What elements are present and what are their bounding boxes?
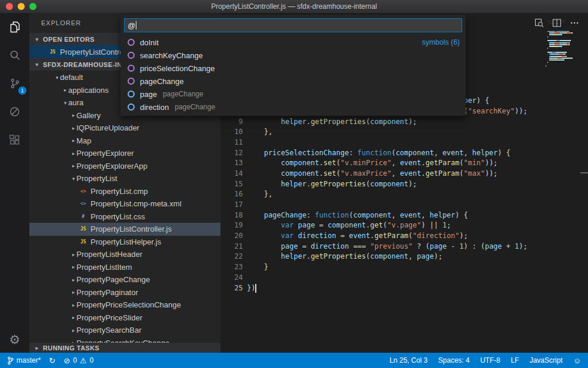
scm-badge: 1 [18, 86, 26, 95]
tree-item[interactable]: ▸PropertyPriceSlider [29, 312, 220, 324]
tree-item[interactable]: ▸PropertyExplorerApp [29, 160, 220, 173]
chevron-right-icon: ▸ [71, 252, 76, 257]
tree-item[interactable]: ▸IQPictureUploader [29, 122, 220, 135]
open-editors-label: OPEN EDITORS [43, 36, 95, 43]
search-icon[interactable] [0, 41, 29, 69]
activity-bar: 1 ⚙ [0, 13, 29, 353]
tree-item-label: PropertyPriceSlider [76, 313, 142, 322]
line-number: 24 [220, 273, 243, 283]
tree-item-label: PropertyPaginator [76, 288, 138, 297]
code-line: }, [247, 127, 542, 138]
split-editor-icon[interactable] [552, 18, 562, 30]
sync-icon: ↻ [49, 357, 55, 364]
js-file-icon: JS [79, 237, 88, 246]
tree-item-label: default [60, 73, 83, 82]
window-controls [6, 3, 36, 10]
symbol-result-item[interactable]: doInitsymbols (6) [121, 36, 466, 49]
git-branch-icon [7, 356, 14, 365]
chevron-right-icon: ▸ [62, 87, 68, 93]
cursor-position-status[interactable]: Ln 25, Col 3 [390, 356, 428, 364]
language-mode-status[interactable]: JavaScript [530, 356, 563, 364]
chevron-right-icon: ▸ [71, 277, 76, 283]
more-actions-icon[interactable] [570, 18, 579, 30]
tree-item[interactable]: <>PropertyList.cmp [29, 185, 220, 198]
line-number: 18 [220, 210, 243, 221]
tree-item-label: PropertyList [76, 174, 117, 183]
tree-item[interactable]: <>PropertyList.cmp-meta.xml [29, 198, 220, 210]
code-line: var page = component.get("v.page") || 1; [247, 220, 542, 231]
tree-item[interactable]: ▾PropertyList [29, 172, 220, 185]
debug-icon[interactable] [0, 98, 29, 126]
tree-item-label: PropertyExplorerApp [76, 162, 148, 170]
symbol-result-item[interactable]: priceSelectionChange [121, 62, 466, 75]
open-changes-icon[interactable] [534, 18, 544, 30]
git-branch-status[interactable]: master* [7, 356, 41, 365]
close-window-button[interactable] [6, 3, 13, 10]
symbol-result-item[interactable]: pagepageChange [121, 88, 466, 101]
chevron-right-icon: ▸ [71, 327, 76, 333]
method-symbol-icon [128, 52, 135, 59]
code-line: page = direction === "previous" ? (page … [247, 242, 542, 252]
code-line: helper.getProperties(component, page); [247, 252, 542, 262]
tree-item[interactable]: ▸PropertyPaginator [29, 286, 220, 299]
editor-cursor [255, 284, 256, 293]
tree-item[interactable]: ▸PropertyPriceSelectionChange [29, 299, 220, 312]
line-number: 20 [220, 231, 243, 242]
code-line [247, 273, 542, 283]
tree-item[interactable]: ▸PropertySearchBar [29, 324, 220, 337]
source-control-icon[interactable]: 1 [0, 69, 29, 98]
tree-item[interactable]: ▸PropertyExplorer [29, 147, 220, 160]
tree-item-label: Map [76, 136, 91, 145]
zoom-window-button[interactable] [29, 3, 36, 10]
warning-icon: ⚠ [80, 357, 87, 364]
scrollbar-marker[interactable] [580, 172, 588, 173]
tree-item[interactable]: JSPropertyListHelper.js [29, 236, 220, 249]
symbol-label: pageChange [140, 77, 183, 86]
tree-item[interactable]: ▸PropertyListItem [29, 261, 220, 274]
symbol-detail: pageChange [163, 90, 203, 98]
tree-item[interactable]: ▸PropertyPageChange [29, 273, 220, 286]
chevron-down-icon: ▾ [62, 100, 68, 106]
chevron-right-icon: ▸ [71, 125, 76, 131]
feedback-smiley-icon[interactable]: ☺ [573, 357, 581, 364]
explorer-icon[interactable] [0, 13, 29, 41]
tree-item-label: PropertyListHeader [76, 250, 142, 259]
field-symbol-icon [128, 103, 135, 111]
symbol-result-item[interactable]: pageChange [121, 75, 466, 88]
line-number: 15 [220, 179, 243, 190]
error-count: 0 [73, 356, 77, 364]
running-tasks-header[interactable]: ▸ RUNNING TASKS [29, 343, 220, 353]
code-line: priceSelectionChange: function(component… [247, 148, 542, 159]
line-number: 22 [220, 252, 243, 262]
eol-status[interactable]: LF [511, 356, 519, 364]
sync-button[interactable]: ↻ [49, 357, 55, 364]
tree-item-label: PropertyList.cmp-meta.xml [91, 199, 182, 208]
line-number: 25 [220, 283, 243, 294]
code-line: } [247, 262, 542, 273]
indentation-status[interactable]: Spaces: 4 [438, 356, 469, 364]
tree-item[interactable]: #PropertyList.css [29, 210, 220, 223]
tree-item-label: PropertyList.css [91, 212, 145, 221]
editor-actions [533, 17, 581, 31]
line-number: 17 [220, 200, 243, 210]
symbol-label: priceSelectionChange [140, 64, 215, 73]
quick-open-input[interactable]: @ [124, 18, 462, 32]
symbol-result-item[interactable]: directionpageChange [121, 101, 466, 113]
tree-item[interactable]: JSPropertyListController.js [29, 223, 220, 236]
branch-name: master* [16, 356, 41, 364]
chevron-right-icon: ▸ [71, 150, 76, 156]
tree-item-label: PropertyList.cmp [91, 187, 148, 196]
tree-item[interactable]: ▸Map [29, 135, 220, 148]
tree-item-label: PropertySearchKeyChange [76, 339, 169, 343]
settings-gear-icon[interactable]: ⚙ [0, 333, 29, 347]
minimize-window-button[interactable] [18, 3, 25, 10]
extensions-icon[interactable] [0, 126, 29, 154]
chevron-right-icon: ▸ [71, 264, 76, 270]
problems-status[interactable]: ⊘ 0 ⚠ 0 [64, 356, 93, 364]
css-file-icon: # [79, 212, 88, 220]
symbol-result-item[interactable]: searchKeyChange [121, 49, 466, 62]
symbol-detail: pageChange [175, 103, 215, 111]
tree-item[interactable]: ▸PropertySearchKeyChange [29, 337, 220, 343]
tree-item[interactable]: ▸PropertyListHeader [29, 248, 220, 261]
encoding-status[interactable]: UTF-8 [480, 356, 500, 364]
